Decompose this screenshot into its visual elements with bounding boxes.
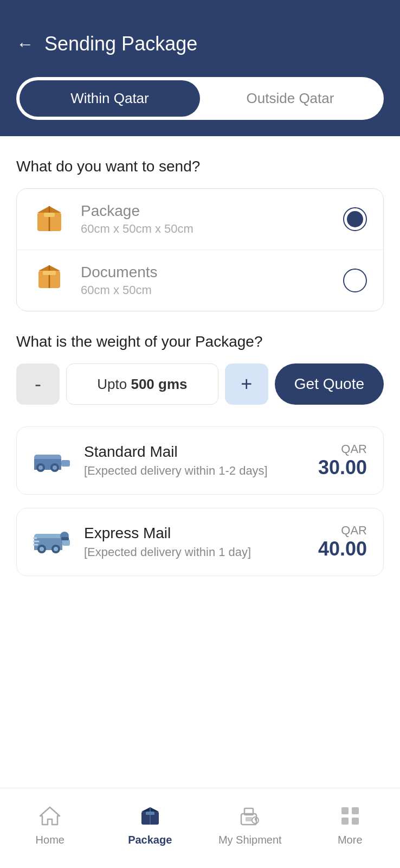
item-package[interactable]: Package 60cm x 50cm x 50cm bbox=[17, 189, 383, 250]
weight-value: 500 gms bbox=[131, 376, 187, 393]
package-info: Package 60cm x 50cm x 50cm bbox=[81, 202, 330, 236]
weight-section: What is the weight of your Package? - Up… bbox=[16, 333, 384, 405]
nav-home[interactable]: Home bbox=[0, 797, 100, 852]
standard-mail-amount: 30.00 bbox=[318, 456, 367, 479]
svg-rect-41 bbox=[352, 818, 359, 825]
home-icon bbox=[36, 802, 63, 829]
nav-more[interactable]: More bbox=[300, 797, 401, 852]
express-mail-card[interactable]: Express Mail [Expected delivery within 1… bbox=[16, 508, 384, 576]
svg-rect-26 bbox=[61, 537, 69, 540]
package-name: Package bbox=[81, 202, 330, 220]
package-nav-icon bbox=[137, 802, 164, 829]
package-radio[interactable] bbox=[343, 207, 367, 231]
weight-display: Upto 500 gms bbox=[66, 363, 218, 405]
standard-mail-name: Standard Mail bbox=[84, 443, 305, 461]
nav-home-label: Home bbox=[36, 834, 64, 846]
item-selection-card: Package 60cm x 50cm x 50cm Documents 60c… bbox=[16, 188, 384, 311]
svg-rect-40 bbox=[341, 818, 349, 825]
nav-my-shipment[interactable]: My Shipment bbox=[200, 797, 300, 852]
svg-rect-14 bbox=[61, 460, 70, 467]
page-title: Sending Package bbox=[44, 33, 197, 55]
nav-shipment-label: My Shipment bbox=[218, 834, 282, 846]
svg-rect-38 bbox=[341, 807, 349, 814]
documents-name: Documents bbox=[81, 264, 330, 281]
tab-outside-qatar[interactable]: Outside Qatar bbox=[200, 80, 380, 117]
documents-info: Documents 60cm x 50cm bbox=[81, 264, 330, 297]
express-mail-delivery: [Expected delivery within 1 day] bbox=[84, 545, 305, 559]
package-icon bbox=[33, 202, 68, 237]
main-content: What do you want to send? Package 60cm x… bbox=[0, 136, 400, 788]
svg-point-11 bbox=[38, 465, 43, 470]
more-icon bbox=[337, 802, 364, 829]
tab-within-qatar[interactable]: Within Qatar bbox=[20, 80, 200, 117]
standard-mail-currency: QAR bbox=[318, 442, 367, 456]
get-quote-button[interactable]: Get Quote bbox=[275, 363, 384, 405]
svg-point-18 bbox=[40, 547, 44, 551]
express-mail-currency: QAR bbox=[318, 524, 367, 538]
svg-point-20 bbox=[54, 547, 58, 551]
express-mail-icon bbox=[33, 528, 71, 556]
header: ← Sending Package bbox=[0, 0, 400, 77]
nav-package-label: Package bbox=[128, 834, 172, 846]
express-mail-info: Express Mail [Expected delivery within 1… bbox=[84, 525, 305, 559]
standard-mail-card[interactable]: Standard Mail [Expected delivery within … bbox=[16, 426, 384, 495]
express-mail-price: QAR 40.00 bbox=[318, 524, 367, 560]
nav-more-label: More bbox=[338, 834, 363, 846]
nav-package[interactable]: Package bbox=[100, 797, 201, 852]
weight-controls: - Upto 500 gms + Get Quote bbox=[16, 363, 384, 405]
svg-marker-27 bbox=[40, 807, 60, 825]
back-button[interactable]: ← bbox=[16, 35, 34, 53]
standard-mail-delivery: [Expected delivery within 1-2 days] bbox=[84, 464, 305, 478]
weight-question: What is the weight of your Package? bbox=[16, 333, 384, 350]
standard-mail-icon bbox=[33, 447, 71, 474]
express-mail-name: Express Mail bbox=[84, 525, 305, 542]
svg-rect-3 bbox=[44, 213, 55, 217]
shipment-icon bbox=[236, 802, 263, 829]
express-mail-amount: 40.00 bbox=[318, 538, 367, 560]
svg-rect-31 bbox=[146, 812, 154, 815]
tab-pill: Within Qatar Outside Qatar bbox=[16, 77, 384, 120]
svg-point-13 bbox=[53, 465, 57, 470]
item-documents[interactable]: Documents 60cm x 50cm bbox=[17, 250, 383, 311]
documents-icon bbox=[33, 263, 68, 298]
weight-minus-button[interactable]: - bbox=[16, 363, 60, 405]
weight-prefix: Upto bbox=[97, 376, 127, 393]
svg-rect-34 bbox=[246, 817, 252, 821]
weight-plus-button[interactable]: + bbox=[225, 363, 268, 405]
package-dimensions: 60cm x 50cm x 50cm bbox=[81, 222, 330, 236]
documents-radio[interactable] bbox=[343, 269, 367, 292]
svg-rect-39 bbox=[352, 807, 359, 814]
send-question: What do you want to send? bbox=[16, 158, 384, 175]
standard-mail-info: Standard Mail [Expected delivery within … bbox=[84, 443, 305, 478]
documents-dimensions: 60cm x 50cm bbox=[81, 283, 330, 297]
svg-rect-7 bbox=[43, 271, 56, 275]
tab-container: Within Qatar Outside Qatar bbox=[0, 77, 400, 136]
bottom-nav: Home Package My Shipment bbox=[0, 788, 400, 868]
standard-mail-price: QAR 30.00 bbox=[318, 442, 367, 479]
